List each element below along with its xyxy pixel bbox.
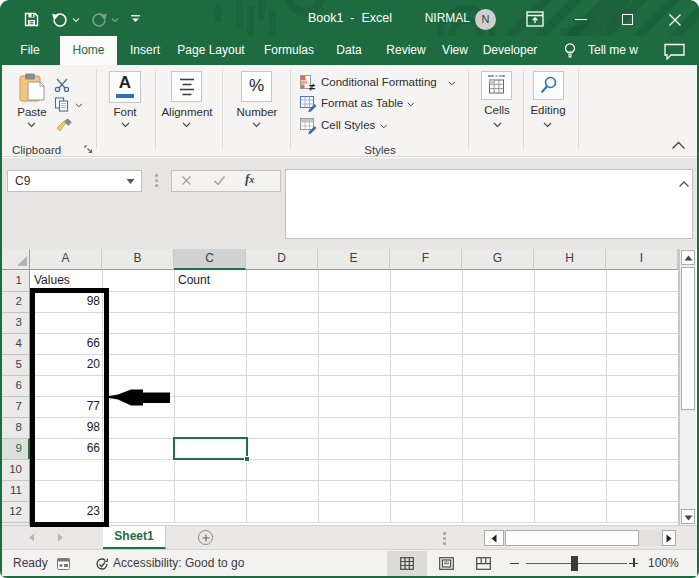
svg-text:≠: ≠ xyxy=(309,81,315,92)
